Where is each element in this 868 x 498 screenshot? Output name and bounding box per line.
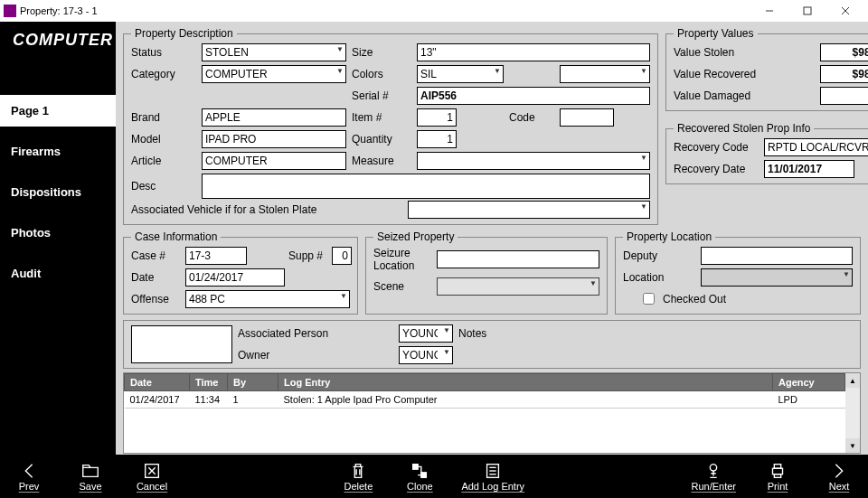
model-input[interactable]: [202, 130, 346, 148]
offense-select[interactable]: 488 PC: [185, 290, 350, 308]
log-grid: Date Time By Log Entry Agency 01/24/2017…: [123, 372, 861, 454]
checked-out-label: Checked Out: [663, 293, 726, 305]
log-col-agency[interactable]: Agency: [773, 374, 845, 391]
next-button[interactable]: Next: [819, 461, 859, 492]
value-damaged-input[interactable]: [820, 87, 868, 105]
quantity-input[interactable]: [417, 130, 457, 148]
seizure-loc-label: Seizure Location: [373, 247, 437, 272]
owner-select[interactable]: YOUNG, DENISE: [399, 346, 453, 364]
sidebar-item-firearms[interactable]: Firearms: [0, 136, 116, 167]
folder-icon: [80, 461, 100, 481]
window-close-button[interactable]: [826, 0, 864, 22]
run-icon: [703, 461, 723, 481]
recovery-code-label: Recovery Code: [674, 141, 764, 154]
property-description-panel: Property Description Status STOLEN Size …: [123, 27, 658, 225]
print-icon: [768, 461, 788, 481]
assoc-person-label: Associated Person: [238, 327, 393, 340]
category-label: Category: [131, 68, 196, 80]
recovery-code-select[interactable]: RPTD LOCAL/RCVRD LOC: [764, 138, 868, 156]
brand-input[interactable]: [202, 108, 346, 127]
size-label: Size: [352, 46, 411, 59]
owner-label: Owner: [238, 349, 393, 362]
log-col-date[interactable]: Date: [125, 374, 190, 391]
add-log-icon: [483, 461, 503, 481]
category-select[interactable]: COMPUTER: [202, 65, 346, 83]
scroll-up-icon[interactable]: ▲: [845, 373, 860, 388]
article-input[interactable]: [202, 152, 346, 170]
desc-input[interactable]: [202, 174, 650, 199]
print-button[interactable]: Print: [758, 461, 797, 492]
item-input[interactable]: [417, 108, 457, 127]
assoc-vehicle-label: Associated Vehicle if for a Stolen Plate: [131, 203, 402, 216]
sidebar-item-audit[interactable]: Audit: [0, 258, 116, 289]
property-values-panel: Property Values Value Stolen Value Recov…: [665, 27, 868, 111]
case-info-panel: Case Information Case # Supp # Date Offe…: [123, 230, 358, 315]
location-label: Location: [623, 271, 701, 284]
content-area: Property Description Status STOLEN Size …: [116, 22, 868, 455]
value-recovered-input[interactable]: [820, 65, 868, 83]
case-num-input[interactable]: [185, 247, 247, 265]
supp-input[interactable]: [332, 247, 352, 265]
quantity-label: Quantity: [352, 133, 411, 146]
measure-label: Measure: [352, 155, 411, 167]
add-log-button[interactable]: Add Log Entry: [461, 461, 524, 492]
delete-button[interactable]: Delete: [338, 461, 378, 492]
cancel-icon: [142, 461, 162, 481]
log-col-time[interactable]: Time: [190, 374, 228, 391]
location-select[interactable]: [701, 268, 853, 287]
value-stolen-input[interactable]: [820, 43, 868, 61]
assoc-vehicle-select[interactable]: [408, 201, 650, 219]
svg-rect-14: [773, 468, 783, 474]
deputy-input[interactable]: [701, 247, 853, 265]
trash-icon: [348, 461, 368, 481]
serial-input[interactable]: [417, 87, 650, 105]
value-recovered-label: Value Recovered: [674, 68, 820, 80]
case-date-input[interactable]: [185, 268, 285, 287]
offense-label: Offense: [131, 293, 182, 305]
associated-person-panel: Associated Person YOUNG, DENISE Notes Ow…: [123, 320, 861, 369]
model-label: Model: [131, 133, 196, 146]
value-damaged-label: Value Damaged: [674, 89, 820, 102]
window-minimize-button[interactable]: [750, 0, 788, 22]
scroll-down-icon[interactable]: ▼: [845, 438, 860, 453]
notes-input[interactable]: [131, 325, 232, 363]
log-col-by[interactable]: By: [228, 374, 278, 391]
cancel-button[interactable]: Cancel: [132, 461, 172, 492]
status-select[interactable]: STOLEN: [202, 43, 346, 61]
run-button[interactable]: Run/Enter: [691, 461, 736, 492]
scene-label: Scene: [373, 280, 437, 293]
colors-select-2[interactable]: [560, 65, 650, 83]
seizure-loc-input[interactable]: [437, 250, 599, 268]
checked-out-checkbox[interactable]: [643, 293, 655, 305]
status-label: Status: [131, 46, 196, 59]
supp-label: Supp #: [288, 249, 328, 262]
case-date-label: Date: [131, 271, 182, 284]
recovered-info-panel: Recovered Stolen Prop Info Recovery Code…: [665, 122, 868, 184]
colors-select-1[interactable]: SIL: [417, 65, 504, 83]
size-input[interactable]: [417, 43, 650, 61]
property-description-legend: Property Description: [131, 27, 237, 40]
article-label: Article: [131, 155, 196, 167]
recovery-date-input[interactable]: [764, 160, 854, 178]
sidebar-item-photos[interactable]: Photos: [0, 217, 116, 249]
case-num-label: Case #: [131, 249, 182, 262]
deputy-label: Deputy: [623, 249, 701, 262]
code-input[interactable]: [560, 108, 614, 127]
scene-select[interactable]: [437, 277, 599, 296]
log-row[interactable]: 01/24/2017 11:34 1 Stolen: 1 Apple Ipad …: [125, 391, 845, 409]
svg-rect-1: [804, 7, 811, 14]
svg-rect-8: [421, 473, 427, 478]
clone-button[interactable]: Clone: [400, 461, 439, 492]
save-button[interactable]: Save: [71, 461, 110, 492]
log-col-entry[interactable]: Log Entry: [278, 374, 773, 391]
log-scrollbar[interactable]: ▲ ▼: [845, 373, 860, 453]
sidebar-item-page1[interactable]: Page 1: [0, 95, 116, 127]
brand-label: Brand: [131, 111, 196, 124]
sidebar-item-dispositions[interactable]: Dispositions: [0, 176, 116, 208]
sidebar: COMPUTER Page 1 Firearms Dispositions Ph…: [0, 22, 116, 455]
window-maximize-button[interactable]: [788, 0, 826, 22]
measure-select[interactable]: [417, 152, 650, 170]
assoc-person-select[interactable]: YOUNG, DENISE: [399, 324, 453, 343]
prev-button[interactable]: Prev: [9, 461, 49, 492]
serial-label: Serial #: [352, 89, 411, 102]
